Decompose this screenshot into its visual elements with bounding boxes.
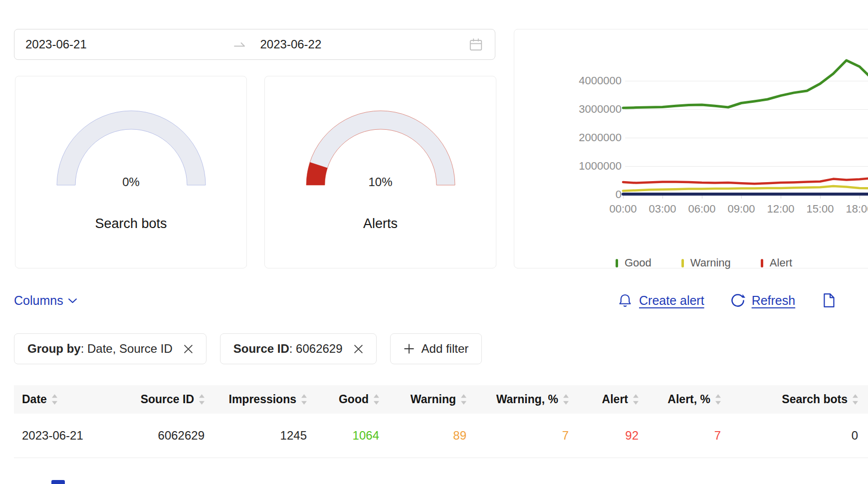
- line-chart: [514, 29, 868, 254]
- legend-item-alert[interactable]: Alert: [761, 256, 792, 269]
- refresh-icon: [730, 293, 745, 308]
- date-range-picker[interactable]: 2023-06-21 2023-06-22: [14, 29, 495, 60]
- export-document-icon[interactable]: [821, 292, 836, 308]
- column-header-alert[interactable]: Alert, %: [649, 385, 731, 414]
- sort-icon[interactable]: [715, 394, 721, 405]
- legend-marker: [761, 259, 763, 267]
- legend-label: Good: [625, 256, 651, 269]
- bottom-cut-element: [51, 480, 65, 484]
- table-cell-warning: 7: [476, 414, 579, 458]
- series-good: [623, 60, 868, 108]
- filter-chip-remove[interactable]: [184, 344, 193, 354]
- close-icon[interactable]: [354, 344, 363, 354]
- gauge-title-alerts: Alerts: [265, 216, 496, 232]
- legend-label: Alert: [770, 256, 792, 269]
- filter-chip-group-by[interactable]: Group by: Date, Source ID: [14, 333, 207, 364]
- column-header-label: Warning: [411, 393, 456, 406]
- column-header-good[interactable]: Good: [317, 385, 389, 414]
- series-alert: [623, 178, 868, 184]
- filter-chip-source-id[interactable]: Source ID: 6062629: [220, 333, 377, 364]
- sort-icon[interactable]: [461, 394, 466, 405]
- legend-label: Warning: [690, 256, 731, 269]
- column-header-label: Alert: [602, 393, 628, 406]
- table-cell-warning: 89: [389, 414, 476, 458]
- legend-marker: [616, 259, 618, 267]
- column-header-source-id[interactable]: Source ID: [120, 385, 215, 414]
- bell-icon: [618, 293, 633, 308]
- refresh-link[interactable]: Refresh: [730, 293, 796, 308]
- table-toolbar: Create alert Refresh: [618, 292, 836, 308]
- swap-right-icon: [233, 41, 246, 47]
- chart-legend: GoodWarningAlert: [514, 256, 868, 269]
- create-alert-label: Create alert: [639, 293, 704, 308]
- column-header-date[interactable]: Date: [14, 385, 120, 414]
- date-start-value[interactable]: 2023-06-21: [25, 37, 233, 51]
- legend-marker: [681, 259, 684, 267]
- legend-item-warning[interactable]: Warning: [681, 256, 731, 269]
- column-header-label: Date: [22, 393, 47, 406]
- column-header-label: Alert, %: [667, 393, 710, 406]
- gauge-title-search-bots: Search bots: [15, 216, 246, 232]
- column-header-label: Search bots: [782, 393, 848, 406]
- sort-icon[interactable]: [563, 394, 569, 405]
- filter-chip-label: Source ID: [233, 342, 289, 356]
- sort-icon[interactable]: [52, 394, 57, 405]
- sort-icon[interactable]: [301, 394, 307, 405]
- sort-icon[interactable]: [853, 394, 858, 405]
- filter-chips-row: Group by: Date, Source IDSource ID: 6062…: [14, 333, 482, 364]
- column-header-warning[interactable]: Warning, %: [476, 385, 579, 414]
- chevron-down-icon: [68, 298, 77, 303]
- columns-label: Columns: [14, 293, 63, 308]
- filter-chip-remove[interactable]: [354, 344, 363, 354]
- column-header-label: Impressions: [229, 393, 297, 406]
- table-cell-impressions: 1245: [215, 414, 317, 458]
- gauge-card-alerts: 10% Alerts: [264, 76, 496, 268]
- gauge-value-search-bots: 0%: [15, 175, 246, 189]
- results-table: DateSource IDImpressionsGoodWarningWarni…: [14, 385, 868, 458]
- add-filter-button[interactable]: Add filter: [390, 333, 482, 364]
- column-header-alert[interactable]: Alert: [579, 385, 649, 414]
- column-header-warning[interactable]: Warning: [389, 385, 476, 414]
- refresh-label: Refresh: [752, 293, 796, 308]
- table-cell-source-id: 6062629: [120, 414, 215, 458]
- add-filter-label: Add filter: [422, 342, 469, 356]
- series-warning: [623, 186, 868, 191]
- chart-card: 0100000020000003000000400000000:0003:000…: [514, 29, 868, 268]
- plus-icon: [404, 343, 415, 354]
- calendar-icon[interactable]: [468, 36, 484, 52]
- sort-icon[interactable]: [199, 394, 205, 405]
- filter-chip-value: : Date, Source ID: [81, 342, 173, 356]
- gauge-card-search-bots: 0% Search bots: [15, 76, 247, 268]
- sort-icon[interactable]: [374, 394, 379, 405]
- column-header-label: Warning, %: [496, 393, 558, 406]
- table-cell-alert: 7: [649, 414, 731, 458]
- table-cell-good: 1064: [317, 414, 389, 458]
- table-cell-alert: 92: [579, 414, 649, 458]
- gauge-search-bots: [53, 105, 209, 186]
- close-icon[interactable]: [184, 344, 193, 354]
- filter-chip-value: : 6062629: [289, 342, 343, 356]
- gauge-alerts: [303, 105, 458, 186]
- filter-chip-label: Group by: [27, 342, 81, 356]
- legend-item-good[interactable]: Good: [616, 256, 651, 269]
- table-cell-date: 2023-06-21: [14, 414, 120, 458]
- gauge-value-alerts: 10%: [265, 175, 496, 189]
- sort-icon[interactable]: [633, 394, 639, 405]
- table-cell-search-bots: 0: [731, 414, 868, 458]
- columns-dropdown[interactable]: Columns: [14, 293, 77, 308]
- create-alert-link[interactable]: Create alert: [618, 293, 704, 308]
- date-end-value[interactable]: 2023-06-22: [246, 37, 468, 51]
- column-header-search-bots[interactable]: Search bots: [731, 385, 868, 414]
- column-header-label: Source ID: [141, 393, 194, 406]
- column-header-label: Good: [339, 393, 369, 406]
- column-header-impressions[interactable]: Impressions: [215, 385, 317, 414]
